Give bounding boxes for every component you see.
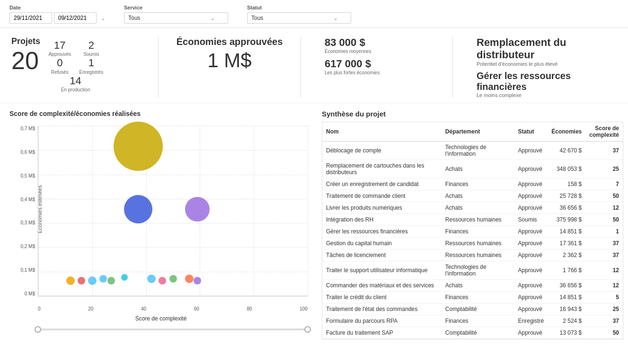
table-row: Facture du traitement SAP Comptabilité A…: [322, 327, 623, 339]
range-thumb-left[interactable]: [35, 326, 41, 333]
col-header-economies: Économies: [548, 122, 585, 142]
kpi-divider-3: [452, 36, 453, 98]
cell-score: 1: [585, 226, 623, 238]
x-label-5: 100: [300, 306, 308, 311]
cell-economies: 16 943 $: [548, 303, 585, 315]
statut-dropdown[interactable]: Tous ⌄: [247, 12, 351, 24]
bubble-9: [159, 277, 166, 284]
table-row: Tâches de licenciement Ressources humain…: [322, 249, 623, 261]
y-label-0: 0,7 M$: [20, 126, 35, 131]
date-end-input[interactable]: [54, 12, 97, 24]
table-wrapper[interactable]: Nom Département Statut Économies Score d…: [322, 122, 623, 339]
kpi-remplacement: Remplacement du distributeur Potentiel d…: [477, 36, 617, 98]
cell-nom: Intégration des RH: [322, 214, 442, 226]
en-production-count: 14: [70, 75, 81, 87]
chart-section: Score de complexité/économies réalisées …: [0, 110, 317, 339]
cell-dept: Achats: [442, 280, 514, 292]
cell-score: 12: [585, 280, 623, 292]
date-label: Date: [9, 5, 105, 10]
cell-dept: Technologies de l'information: [442, 142, 514, 160]
statut-label: Statut: [247, 5, 351, 10]
cell-statut: Approuvé: [514, 190, 548, 202]
cell-dept: Finances: [442, 292, 514, 303]
cell-statut: Approuvé: [514, 249, 548, 261]
table-row: Commander des matériaux et des services …: [322, 280, 623, 292]
col-header-nom: Nom: [322, 122, 442, 142]
cell-economies: 1 766 $: [548, 261, 585, 280]
bubble-container: [38, 126, 308, 296]
bubble-3: [66, 276, 75, 285]
grid-v-5: [308, 126, 308, 296]
cell-economies: 17 361 $: [548, 238, 585, 249]
y-label-2: 0,5 M$: [20, 173, 35, 178]
cell-economies: 14 851 $: [548, 226, 585, 238]
cell-economies: 375 998 $: [548, 214, 585, 226]
cell-dept: Finances: [442, 315, 514, 327]
cell-dept: Comptabilité: [442, 303, 514, 315]
cell-dept: Ressources humaines: [442, 249, 514, 261]
range-slider[interactable]: [38, 328, 308, 330]
cell-score: 50: [585, 214, 623, 226]
cell-score: 5: [585, 292, 623, 303]
cell-economies: 42 670 $: [548, 142, 585, 160]
cell-nom: Remplacement de cartouches dans les dist…: [322, 160, 442, 178]
cell-statut: Approuvé: [514, 160, 548, 178]
x-label-2: 40: [141, 306, 146, 311]
cell-score: 12: [585, 261, 623, 280]
table-row: Gestion du capital humain Ressources hum…: [322, 238, 623, 249]
table-body: Déblocage de compte Technologies de l'in…: [322, 142, 623, 340]
date-chevron-icon: ⌄: [101, 16, 105, 21]
bubble-1: [124, 195, 152, 223]
en-production-item: 14 En production: [48, 75, 103, 92]
en-production-label: En production: [61, 87, 90, 92]
kpi-section: Projets 20 17 Approuvés 2 Soumis 0 Refus…: [0, 28, 628, 103]
cell-economies: 36 656 $: [548, 280, 585, 292]
cell-dept: Comptabilité: [442, 327, 514, 339]
cell-economies: 348 053 $: [548, 160, 585, 178]
date-filter-group: Date ⌄: [9, 5, 105, 24]
cell-dept: Achats: [442, 160, 514, 178]
cell-score: 37: [585, 249, 623, 261]
x-label-4: 80: [247, 306, 252, 311]
soumis-item: 2 Soumis: [80, 39, 104, 57]
economies-approuvees-value: 1 M$: [207, 49, 251, 72]
service-dropdown[interactable]: Tous ⌄: [124, 12, 228, 24]
table-title: Synthèse du projet: [322, 110, 623, 118]
bubble-7: [107, 277, 115, 284]
cell-score: 25: [585, 160, 623, 178]
col-header-statut: Statut: [514, 122, 548, 142]
approuves-item: 17 Approuvés: [48, 39, 72, 57]
statut-chevron-icon: ⌄: [334, 16, 337, 21]
cell-score: 50: [585, 327, 623, 339]
date-start-input[interactable]: [9, 12, 52, 24]
gerer-title: Gérer les ressources financières: [477, 71, 617, 92]
range-thumb-right[interactable]: [304, 326, 311, 333]
cell-dept: Finances: [442, 178, 514, 190]
cell-economies: 158 $: [548, 178, 585, 190]
refuses-label: Refusés: [51, 70, 69, 75]
cell-score: 7: [585, 178, 623, 190]
bubble-4: [78, 277, 85, 284]
bubble-2: [185, 197, 210, 222]
table-row: Traiter le crédit du client Finances App…: [322, 292, 623, 303]
cell-nom: Traiter le support utilisateur informati…: [322, 261, 442, 280]
y-label-4: 0,3 M$: [20, 220, 35, 225]
cell-dept: Ressources humaines: [442, 238, 514, 249]
chart-y-axis: 0,7 M$ 0,6 M$ 0,5 M$ 0,4 M$ 0,3 M$ 0,2 M…: [9, 126, 38, 296]
service-filter-group: Service Tous ⌄: [124, 5, 228, 24]
main-content: Score de complexité/économies réalisées …: [0, 103, 628, 339]
projets-label: Projets: [11, 36, 40, 46]
cell-nom: Gérer les ressources financières: [322, 226, 442, 238]
cell-statut: Approuvé: [514, 339, 548, 340]
cell-nom: Créer un enregistrement de candidat: [322, 178, 442, 190]
y-label-3: 0,4 M$: [20, 197, 35, 202]
cell-nom: Formulaire du parcours RPA: [322, 315, 442, 327]
table-row: Gérer les ressources financières Finance…: [322, 226, 623, 238]
cell-statut: Approuvé: [514, 327, 548, 339]
table-row: Traitement de l'état des commandes Compt…: [322, 303, 623, 315]
projets-sub-grid: 17 Approuvés 2 Soumis 0 Refusés 1 Enregi…: [48, 39, 103, 92]
enregistres-item: 1 Enregistrés: [80, 57, 104, 74]
y-label-5: 0,2 M$: [20, 244, 35, 249]
approuves-count: 17: [54, 39, 65, 52]
table-row: Traitement de commande client Achats App…: [322, 190, 623, 202]
